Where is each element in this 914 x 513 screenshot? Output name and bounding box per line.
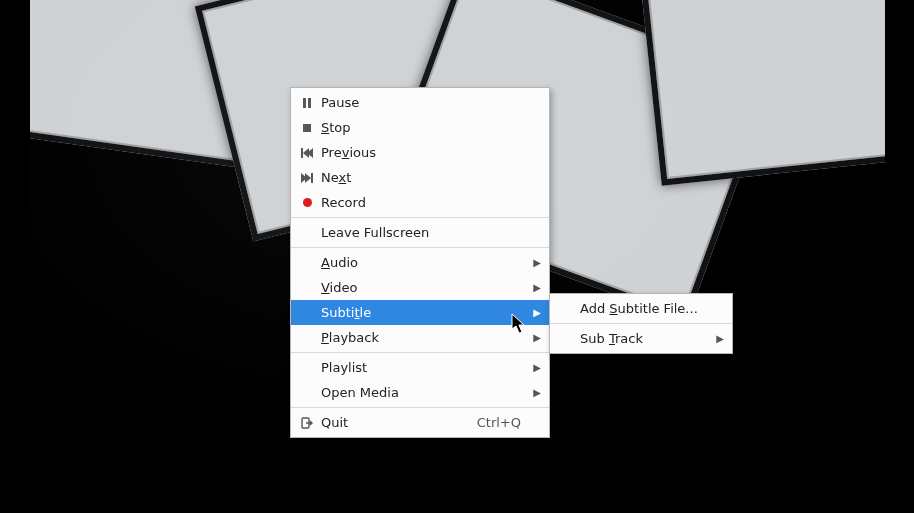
menu-separator [550,323,732,324]
menu-item-label: Previous [317,145,521,160]
menu-separator [291,217,549,218]
menu-item-label: Next [317,170,521,185]
menu-item-subtitle[interactable]: Subtitle ▶ [291,300,549,325]
menu-item-add-subtitle-file[interactable]: Add Subtitle File... [550,296,732,321]
menu-item-label: Playlist [317,360,521,375]
menu-separator [291,352,549,353]
submenu-arrow-icon: ▶ [533,257,541,268]
previous-icon [297,148,317,158]
submenu-arrow-icon: ▶ [716,333,724,344]
menu-item-label: Playback [317,330,521,345]
svg-rect-0 [303,98,306,108]
menu-separator [291,407,549,408]
submenu-arrow-icon: ▶ [533,362,541,373]
menu-item-label: Open Media [317,385,521,400]
next-icon [297,173,317,183]
stop-icon [297,124,317,132]
menu-item-label: Leave Fullscreen [317,225,521,240]
svg-rect-7 [311,173,313,183]
context-menu: Pause Stop Previous Next Record Leave Fu… [290,87,550,438]
menu-item-label: Quit [317,415,453,430]
menu-separator [291,247,549,248]
menu-item-sub-track[interactable]: Sub Track ▶ [550,326,732,351]
menu-item-label: Pause [317,95,521,110]
menu-item-label: Add Subtitle File... [576,301,704,316]
menu-item-playlist[interactable]: Playlist ▶ [291,355,549,380]
menu-item-video[interactable]: Video ▶ [291,275,549,300]
submenu-arrow-icon: ▶ [533,307,541,318]
menu-item-stop[interactable]: Stop [291,115,549,140]
submenu-arrow-icon: ▶ [533,332,541,343]
menu-item-label: Subtitle [317,305,521,320]
submenu-arrow-icon: ▶ [533,387,541,398]
menu-item-next[interactable]: Next [291,165,549,190]
menu-item-audio[interactable]: Audio ▶ [291,250,549,275]
svg-rect-2 [301,148,303,158]
menu-item-pause[interactable]: Pause [291,90,549,115]
menu-item-label: Record [317,195,521,210]
pause-icon [297,98,317,108]
menu-item-record[interactable]: Record [291,190,549,215]
svg-marker-6 [305,173,311,183]
menu-item-shortcut: Ctrl+Q [453,415,521,430]
quit-icon [297,417,317,429]
svg-rect-1 [308,98,311,108]
menu-item-open-media[interactable]: Open Media ▶ [291,380,549,405]
video-player-fullscreen: Pause Stop Previous Next Record Leave Fu… [0,0,914,513]
menu-item-label: Audio [317,255,521,270]
menu-item-quit[interactable]: Quit Ctrl+Q [291,410,549,435]
menu-item-previous[interactable]: Previous [291,140,549,165]
subtitle-submenu: Add Subtitle File... Sub Track ▶ [549,293,733,354]
menu-item-label: Sub Track [576,331,704,346]
menu-item-label: Video [317,280,521,295]
submenu-arrow-icon: ▶ [533,282,541,293]
menu-item-leave-fullscreen[interactable]: Leave Fullscreen [291,220,549,245]
record-icon [297,198,317,207]
menu-item-playback[interactable]: Playback ▶ [291,325,549,350]
menu-item-label: Stop [317,120,521,135]
